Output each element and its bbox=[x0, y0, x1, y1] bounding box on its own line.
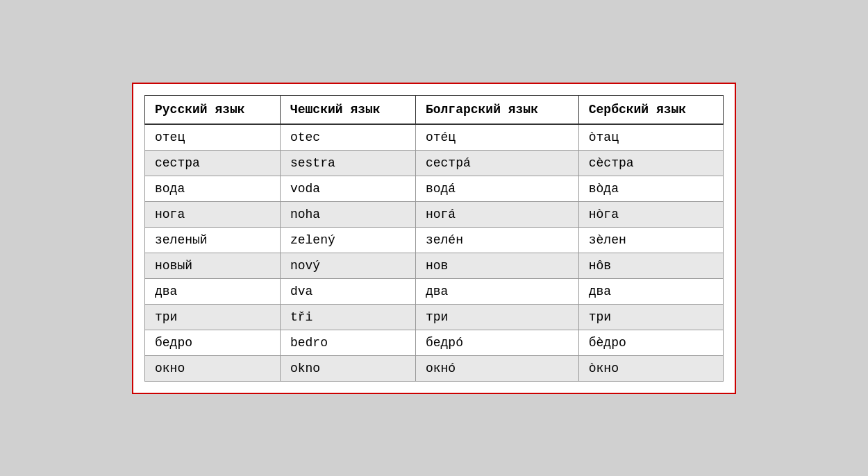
table-cell: окнó bbox=[415, 355, 578, 381]
table-cell: voda bbox=[280, 176, 415, 201]
table-cell: бедрó bbox=[415, 330, 578, 355]
table-cell: okno bbox=[280, 355, 415, 381]
table-cell: otec bbox=[280, 124, 415, 151]
table-cell: nový bbox=[280, 253, 415, 278]
table-cell: два bbox=[578, 278, 723, 304]
table-cell: ногá bbox=[415, 201, 578, 227]
table-row: ногаnohaногáнòга bbox=[145, 201, 724, 227]
header-russian: Русский язык bbox=[145, 95, 281, 124]
table-cell: три bbox=[415, 304, 578, 330]
table-cell: òкно bbox=[578, 355, 723, 381]
table-row: дваdvaдвадва bbox=[145, 278, 724, 304]
header-serbian: Сербский язык bbox=[578, 95, 723, 124]
table-cell: sestra bbox=[280, 150, 415, 176]
table-header-row: Русский язык Чешский язык Болгарский язы… bbox=[145, 95, 724, 124]
table-cell: dva bbox=[280, 278, 415, 304]
table-row: триtřiтритри bbox=[145, 304, 724, 330]
table-row: водаvodaводáвòда bbox=[145, 176, 724, 201]
table-cell: бедро bbox=[145, 330, 281, 355]
table-cell: бèдро bbox=[578, 330, 723, 355]
table-cell: сестрá bbox=[415, 150, 578, 176]
table-cell: зеленый bbox=[145, 227, 281, 253]
table-cell: зелéн bbox=[415, 227, 578, 253]
table-row: зеленыйzelenýзелéнзèлен bbox=[145, 227, 724, 253]
header-czech: Чешский язык bbox=[280, 95, 415, 124]
table-cell: нога bbox=[145, 201, 281, 227]
comparison-table: Русский язык Чешский язык Болгарский язы… bbox=[144, 95, 724, 382]
table-cell: водá bbox=[415, 176, 578, 201]
table-cell: нов bbox=[415, 253, 578, 278]
table-cell: вода bbox=[145, 176, 281, 201]
table-cell: зèлен bbox=[578, 227, 723, 253]
table-cell: отец bbox=[145, 124, 281, 151]
header-bulgarian: Болгарский язык bbox=[415, 95, 578, 124]
table-row: бедроbedroбедрóбèдро bbox=[145, 330, 724, 355]
table-cell: нôв bbox=[578, 253, 723, 278]
table-row: сестраsestraсестрáсèстра bbox=[145, 150, 724, 176]
table-cell: bedro bbox=[280, 330, 415, 355]
table-cell: сèстра bbox=[578, 150, 723, 176]
main-container: Русский язык Чешский язык Болгарский язы… bbox=[132, 83, 736, 394]
table-cell: òтац bbox=[578, 124, 723, 151]
table-cell: tři bbox=[280, 304, 415, 330]
table-cell: zelený bbox=[280, 227, 415, 253]
table-cell: нòга bbox=[578, 201, 723, 227]
table-cell: два bbox=[415, 278, 578, 304]
table-cell: два bbox=[145, 278, 281, 304]
table-cell: новый bbox=[145, 253, 281, 278]
table-cell: noha bbox=[280, 201, 415, 227]
table-row: новыйnovýновнôв bbox=[145, 253, 724, 278]
table-cell: сестра bbox=[145, 150, 281, 176]
table-cell: три bbox=[145, 304, 281, 330]
table-cell: окно bbox=[145, 355, 281, 381]
table-cell: вòда bbox=[578, 176, 723, 201]
table-cell: отéц bbox=[415, 124, 578, 151]
table-row: отецotecотéцòтац bbox=[145, 124, 724, 151]
table-row: окноoknoокнóòкно bbox=[145, 355, 724, 381]
table-cell: три bbox=[578, 304, 723, 330]
